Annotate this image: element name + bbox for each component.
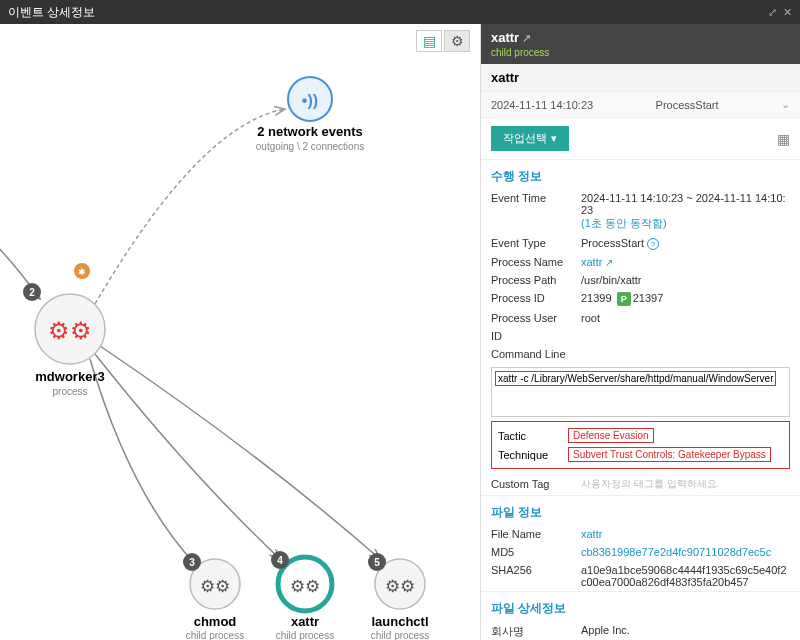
svg-text:•)): •)) <box>302 92 318 109</box>
external-link-icon[interactable]: ↗ <box>605 257 613 268</box>
svg-text:child process: child process <box>276 630 334 640</box>
command-line-box[interactable]: xattr -c /Library/WebServer/share/httpd/… <box>491 367 790 417</box>
svg-text:⚙⚙: ⚙⚙ <box>48 317 92 344</box>
action-select-button[interactable]: 작업선택 ▾ <box>491 126 569 151</box>
details-panel: xattr ↗ child process xattr 2024-11-11 1… <box>480 24 800 640</box>
svg-text:xattr: xattr <box>291 614 319 629</box>
network-node-label: 2 network events <box>257 124 363 139</box>
file-section-title: 파일 정보 <box>481 495 800 525</box>
window-controls: ⤢ ✕ <box>768 6 792 19</box>
parent-node-label: mdworker3 <box>35 369 104 384</box>
tactic-technique-box: TacticDefense Evasion TechniqueSubvert T… <box>491 421 790 469</box>
parent-node-sub: process <box>52 386 87 397</box>
expand-icon[interactable]: ⤢ <box>768 6 777 19</box>
svg-text:3: 3 <box>189 557 195 568</box>
graph-panel: ▤ ⚙ •)) 2 network events outgoing \ 2 co… <box>0 24 480 640</box>
network-node-sub: outgoing \ 2 connections <box>256 141 364 152</box>
svg-text:⚙⚙: ⚙⚙ <box>385 577 415 596</box>
svg-text:launchctl: launchctl <box>371 614 428 629</box>
close-icon[interactable]: ✕ <box>783 6 792 19</box>
file-detail-section-title: 파일 상세정보 <box>481 591 800 621</box>
chevron-down-icon: ▾ <box>551 132 557 145</box>
list-view-button[interactable]: ▤ <box>416 30 442 52</box>
external-link-icon[interactable]: ↗ <box>522 32 531 44</box>
svg-text:⚙⚙: ⚙⚙ <box>290 577 320 596</box>
event-meta-row[interactable]: 2024-11-11 14:10:23 ProcessStart ⌄ <box>481 92 800 118</box>
svg-text:child process: child process <box>371 630 429 640</box>
technique-tag[interactable]: Subvert Trust Controls: Gatekeeper Bypas… <box>568 447 771 462</box>
svg-text:child process: child process <box>186 630 244 640</box>
custom-tag-input[interactable]: 사용자정의 태그를 입력하세요. <box>581 477 719 491</box>
help-icon[interactable]: ? <box>647 238 659 250</box>
parent-badge-icon: P <box>617 292 631 306</box>
svg-text:2: 2 <box>29 287 35 298</box>
chevron-down-icon: ⌄ <box>781 98 790 111</box>
process-name-header: xattr <box>481 64 800 92</box>
exec-section-title: 수행 정보 <box>481 159 800 189</box>
svg-text:chmod: chmod <box>194 614 237 629</box>
window-header: 이벤트 상세정보 ⤢ ✕ <box>0 0 800 24</box>
calendar-icon[interactable]: ▦ <box>777 131 790 147</box>
svg-text:5: 5 <box>374 557 380 568</box>
svg-text:✱: ✱ <box>78 267 86 277</box>
graph-view-button[interactable]: ⚙ <box>444 30 470 52</box>
svg-text:4: 4 <box>277 555 283 566</box>
details-header: xattr ↗ child process <box>481 24 800 64</box>
view-toggle: ▤ ⚙ <box>416 30 470 52</box>
window-title: 이벤트 상세정보 <box>8 4 95 21</box>
process-graph: •)) 2 network events outgoing \ 2 connec… <box>0 24 480 640</box>
svg-text:⚙⚙: ⚙⚙ <box>200 577 230 596</box>
tactic-tag[interactable]: Defense Evasion <box>568 428 654 443</box>
